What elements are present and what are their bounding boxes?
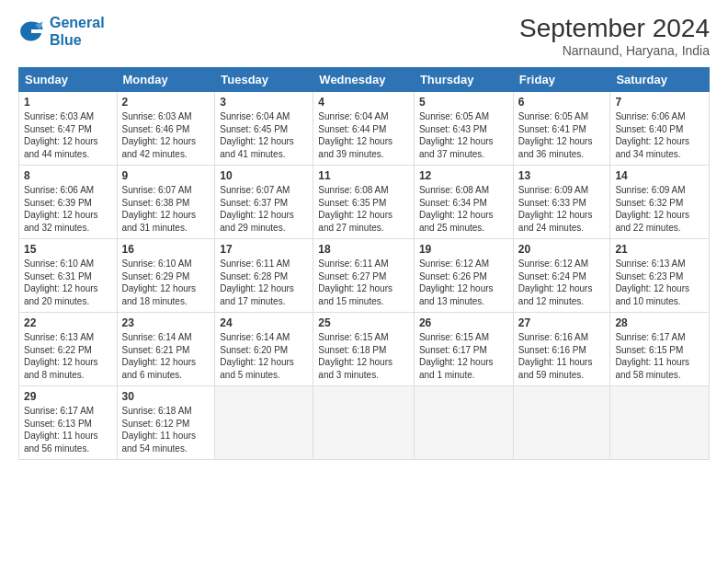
day-info: Sunrise: 6:14 AM Sunset: 6:21 PM Dayligh… <box>122 331 210 381</box>
table-row: 11Sunrise: 6:08 AM Sunset: 6:35 PM Dayli… <box>313 166 415 239</box>
table-row: 18Sunrise: 6:11 AM Sunset: 6:27 PM Dayli… <box>313 239 415 313</box>
table-row: 17Sunrise: 6:11 AM Sunset: 6:28 PM Dayli… <box>215 239 313 313</box>
day-number: 13 <box>518 169 606 182</box>
col-tuesday: Tuesday <box>215 68 313 92</box>
table-row: 20Sunrise: 6:12 AM Sunset: 6:24 PM Dayli… <box>513 239 610 313</box>
week-row: 15Sunrise: 6:10 AM Sunset: 6:31 PM Dayli… <box>19 239 710 313</box>
day-number: 24 <box>220 316 308 329</box>
day-number: 2 <box>122 96 210 109</box>
main-title: September 2024 <box>519 14 710 43</box>
day-info: Sunrise: 6:04 AM Sunset: 6:45 PM Dayligh… <box>220 110 308 160</box>
day-number: 4 <box>318 96 409 109</box>
day-info: Sunrise: 6:07 AM Sunset: 6:37 PM Dayligh… <box>220 184 308 234</box>
day-info: Sunrise: 6:17 AM Sunset: 6:15 PM Dayligh… <box>615 331 704 381</box>
header: General Blue September 2024 Narnaund, Ha… <box>18 14 710 58</box>
day-number: 6 <box>518 96 606 109</box>
table-row <box>610 386 710 460</box>
day-info: Sunrise: 6:06 AM Sunset: 6:40 PM Dayligh… <box>615 110 704 160</box>
table-row: 19Sunrise: 6:12 AM Sunset: 6:26 PM Dayli… <box>414 239 513 313</box>
logo-icon <box>18 18 44 44</box>
col-monday: Monday <box>117 68 215 92</box>
day-info: Sunrise: 6:06 AM Sunset: 6:39 PM Dayligh… <box>24 184 112 234</box>
day-info: Sunrise: 6:13 AM Sunset: 6:22 PM Dayligh… <box>24 331 112 381</box>
day-info: Sunrise: 6:12 AM Sunset: 6:24 PM Dayligh… <box>518 258 606 307</box>
table-row: 28Sunrise: 6:17 AM Sunset: 6:15 PM Dayli… <box>610 313 710 386</box>
day-info: Sunrise: 6:17 AM Sunset: 6:13 PM Dayligh… <box>24 405 112 454</box>
day-number: 10 <box>220 169 308 182</box>
table-row: 30Sunrise: 6:18 AM Sunset: 6:12 PM Dayli… <box>117 386 215 460</box>
subtitle: Narnaund, Haryana, India <box>519 43 710 58</box>
table-row: 15Sunrise: 6:10 AM Sunset: 6:31 PM Dayli… <box>19 239 118 313</box>
table-row: 2Sunrise: 6:03 AM Sunset: 6:46 PM Daylig… <box>117 92 215 166</box>
day-info: Sunrise: 6:11 AM Sunset: 6:28 PM Dayligh… <box>220 258 308 307</box>
day-info: Sunrise: 6:09 AM Sunset: 6:33 PM Dayligh… <box>518 184 606 234</box>
day-number: 1 <box>24 96 112 109</box>
day-number: 7 <box>615 96 704 109</box>
table-row: 14Sunrise: 6:09 AM Sunset: 6:32 PM Dayli… <box>610 166 710 239</box>
day-number: 14 <box>615 169 704 182</box>
day-number: 19 <box>419 243 508 256</box>
day-info: Sunrise: 6:11 AM Sunset: 6:27 PM Dayligh… <box>318 258 409 307</box>
day-number: 29 <box>24 390 112 403</box>
table-row: 23Sunrise: 6:14 AM Sunset: 6:21 PM Dayli… <box>117 313 215 386</box>
day-info: Sunrise: 6:10 AM Sunset: 6:29 PM Dayligh… <box>122 258 210 307</box>
calendar: Sunday Monday Tuesday Wednesday Thursday… <box>18 67 710 460</box>
col-sunday: Sunday <box>19 68 118 92</box>
day-number: 3 <box>220 96 308 109</box>
week-row: 1Sunrise: 6:03 AM Sunset: 6:47 PM Daylig… <box>19 92 710 166</box>
day-number: 9 <box>122 169 210 182</box>
day-info: Sunrise: 6:04 AM Sunset: 6:44 PM Dayligh… <box>318 110 409 160</box>
day-number: 18 <box>318 243 409 256</box>
calendar-header-row: Sunday Monday Tuesday Wednesday Thursday… <box>19 68 710 92</box>
day-info: Sunrise: 6:18 AM Sunset: 6:12 PM Dayligh… <box>122 405 210 454</box>
table-row: 29Sunrise: 6:17 AM Sunset: 6:13 PM Dayli… <box>19 386 118 460</box>
table-row: 22Sunrise: 6:13 AM Sunset: 6:22 PM Dayli… <box>19 313 118 386</box>
table-row: 9Sunrise: 6:07 AM Sunset: 6:38 PM Daylig… <box>117 166 215 239</box>
table-row: 10Sunrise: 6:07 AM Sunset: 6:37 PM Dayli… <box>215 166 313 239</box>
table-row: 24Sunrise: 6:14 AM Sunset: 6:20 PM Dayli… <box>215 313 313 386</box>
table-row: 4Sunrise: 6:04 AM Sunset: 6:44 PM Daylig… <box>313 92 415 166</box>
title-block: September 2024 Narnaund, Haryana, India <box>519 14 710 58</box>
day-info: Sunrise: 6:07 AM Sunset: 6:38 PM Dayligh… <box>122 184 210 234</box>
table-row: 7Sunrise: 6:06 AM Sunset: 6:40 PM Daylig… <box>610 92 710 166</box>
day-number: 12 <box>419 169 508 182</box>
day-number: 23 <box>122 316 210 329</box>
day-info: Sunrise: 6:09 AM Sunset: 6:32 PM Dayligh… <box>615 184 704 234</box>
week-row: 29Sunrise: 6:17 AM Sunset: 6:13 PM Dayli… <box>19 386 710 460</box>
table-row: 3Sunrise: 6:04 AM Sunset: 6:45 PM Daylig… <box>215 92 313 166</box>
table-row: 6Sunrise: 6:05 AM Sunset: 6:41 PM Daylig… <box>513 92 610 166</box>
table-row: 27Sunrise: 6:16 AM Sunset: 6:16 PM Dayli… <box>513 313 610 386</box>
table-row: 5Sunrise: 6:05 AM Sunset: 6:43 PM Daylig… <box>414 92 513 166</box>
day-number: 28 <box>615 316 704 329</box>
table-row: 8Sunrise: 6:06 AM Sunset: 6:39 PM Daylig… <box>19 166 118 239</box>
table-row: 12Sunrise: 6:08 AM Sunset: 6:34 PM Dayli… <box>414 166 513 239</box>
table-row: 25Sunrise: 6:15 AM Sunset: 6:18 PM Dayli… <box>313 313 415 386</box>
day-number: 5 <box>419 96 508 109</box>
day-info: Sunrise: 6:16 AM Sunset: 6:16 PM Dayligh… <box>518 331 606 381</box>
day-info: Sunrise: 6:13 AM Sunset: 6:23 PM Dayligh… <box>615 258 704 307</box>
day-info: Sunrise: 6:14 AM Sunset: 6:20 PM Dayligh… <box>220 331 308 381</box>
col-thursday: Thursday <box>414 68 513 92</box>
day-number: 27 <box>518 316 606 329</box>
day-info: Sunrise: 6:08 AM Sunset: 6:35 PM Dayligh… <box>318 184 409 234</box>
day-info: Sunrise: 6:05 AM Sunset: 6:43 PM Dayligh… <box>419 110 508 160</box>
table-row <box>513 386 610 460</box>
day-info: Sunrise: 6:15 AM Sunset: 6:17 PM Dayligh… <box>419 331 508 381</box>
table-row: 21Sunrise: 6:13 AM Sunset: 6:23 PM Dayli… <box>610 239 710 313</box>
day-number: 30 <box>122 390 210 403</box>
table-row <box>313 386 415 460</box>
table-row: 16Sunrise: 6:10 AM Sunset: 6:29 PM Dayli… <box>117 239 215 313</box>
day-info: Sunrise: 6:08 AM Sunset: 6:34 PM Dayligh… <box>419 184 508 234</box>
day-number: 26 <box>419 316 508 329</box>
day-number: 25 <box>318 316 409 329</box>
day-number: 8 <box>24 169 112 182</box>
col-wednesday: Wednesday <box>313 68 415 92</box>
col-saturday: Saturday <box>610 68 710 92</box>
day-number: 22 <box>24 316 112 329</box>
table-row <box>215 386 313 460</box>
table-row <box>414 386 513 460</box>
table-row: 26Sunrise: 6:15 AM Sunset: 6:17 PM Dayli… <box>414 313 513 386</box>
table-row: 13Sunrise: 6:09 AM Sunset: 6:33 PM Dayli… <box>513 166 610 239</box>
logo-text: General Blue <box>50 14 105 49</box>
week-row: 8Sunrise: 6:06 AM Sunset: 6:39 PM Daylig… <box>19 166 710 239</box>
